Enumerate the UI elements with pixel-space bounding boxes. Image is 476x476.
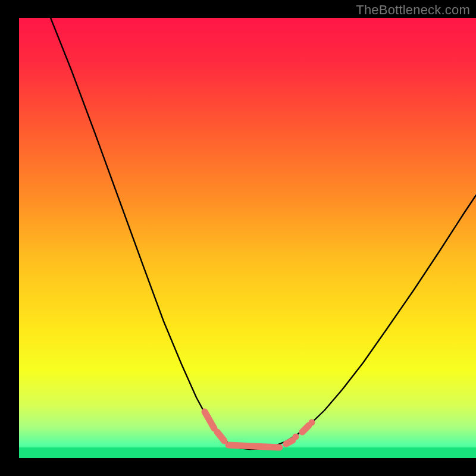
highlight-segment <box>302 425 309 432</box>
chart-container: TheBottleneck.com <box>0 0 476 476</box>
highlight-segment <box>286 440 293 444</box>
watermark-text: TheBottleneck.com <box>356 2 470 18</box>
plot-background <box>19 18 476 458</box>
bottleneck-chart <box>0 0 476 476</box>
highlight-dot <box>309 419 315 426</box>
highlight-dot <box>293 434 299 440</box>
highlight-segment <box>228 445 280 447</box>
